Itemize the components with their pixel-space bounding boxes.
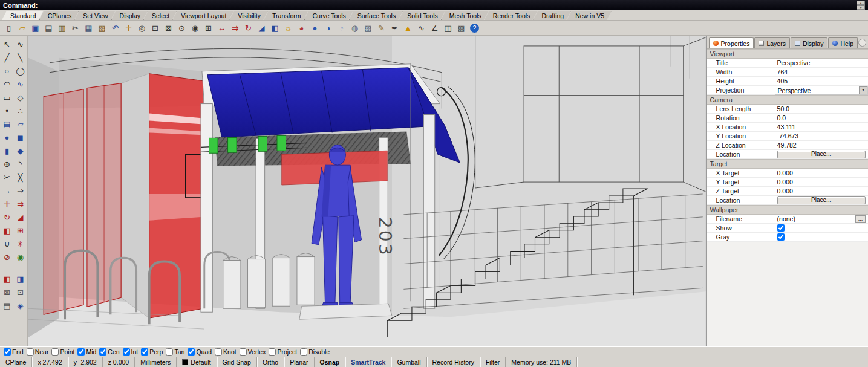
array-icon[interactable]: ⊞ [14,224,27,237]
lamp-icon[interactable]: ☼ [282,22,295,34]
toolbar-tab-solid-tools[interactable]: Solid Tools [399,11,445,20]
zoom-dynamic-icon[interactable]: ◎ [135,22,148,34]
property-value[interactable]: 764 [775,68,868,76]
toolbar-tab-standard[interactable]: Standard [2,11,44,20]
polygon-icon[interactable]: ◇ [14,91,27,104]
mirror-icon[interactable]: ◧ [269,22,281,34]
plane-icon[interactable]: ▱ [14,117,27,131]
property-value[interactable]: Perspective▼ [775,86,868,95]
rendered-viewport-icon[interactable]: ◑ [322,22,334,34]
copy-object-icon[interactable]: ⇉ [229,22,241,34]
gumball-toggle[interactable]: Gumball [391,357,426,367]
circle-icon[interactable]: ○ [1,64,14,77]
hide-icon[interactable]: ⊘ [1,250,14,264]
toolbar-tab-viewport-layout[interactable]: Viewport Layout [172,11,233,20]
toolbar-tab-display[interactable]: Display [111,11,148,20]
current-layer[interactable]: Default [177,357,217,367]
osnap-vertex-checkbox[interactable] [240,348,247,356]
toolbar-tab-cplanes[interactable]: CPlanes [39,11,79,20]
cylinder-icon[interactable]: ▮ [1,144,14,157]
boolean-icon[interactable]: ⊕ [1,157,14,171]
property-value[interactable]: 0.000 [775,178,868,186]
browse-button[interactable]: ... [855,215,866,223]
undo-icon[interactable]: ↶ [109,22,122,34]
x-coordinate[interactable]: x 27.492 [32,357,68,367]
toolbar-tab-drafting[interactable]: Drafting [533,11,571,20]
osnap-int-checkbox[interactable] [123,348,130,356]
ellipse-icon[interactable]: ◯ [14,64,27,77]
solid-icon[interactable]: ◆ [14,144,27,157]
toolbar-tab-curve-tools[interactable]: Curve Tools [304,11,353,20]
xray-viewport-icon[interactable]: ◍ [348,22,361,34]
property-value[interactable]: 0.000 [775,169,868,177]
extend-icon[interactable]: → [1,184,14,197]
property-value[interactable]: 0.0 [775,114,868,122]
lock-objects-icon[interactable]: ⊠ [1,285,14,299]
units-button[interactable]: Millimeters [135,357,177,367]
grid-snap-toggle[interactable]: Grid Snap [217,357,257,367]
y-coordinate[interactable]: y -2.902 [68,357,103,367]
flag-icon[interactable]: ▲ [402,22,414,34]
split-icon[interactable]: ╳ [14,171,27,184]
lasso-select-icon[interactable]: ∿ [14,37,27,51]
object-properties-icon[interactable]: ◈ [14,299,27,312]
trim-icon[interactable]: ✂ [1,171,14,184]
select-icon[interactable]: ↖ [1,37,14,51]
print-icon[interactable]: ▤ [42,22,55,34]
panel-tab-help[interactable]: Help [828,37,858,48]
command-bar[interactable]: Command: ▲ ▼ [0,0,868,10]
open-file-icon[interactable]: ▱ [16,22,28,34]
help-icon[interactable]: ? [470,24,479,33]
location-place-button[interactable]: Place... [777,151,866,158]
osnap-point-checkbox[interactable] [51,348,59,356]
toolbar-tab-new-in-v5[interactable]: New in V5 [567,11,612,20]
scale-icon[interactable]: ◢ [255,22,268,34]
render-icon[interactable]: ◕ [295,22,308,34]
polyline-icon[interactable]: ╱ [1,51,14,64]
zoom-window-icon[interactable]: ⊡ [149,22,162,34]
panel-tab-layers[interactable]: Layers [754,37,790,48]
move-icon[interactable]: ↔ [215,22,228,34]
new-file-icon[interactable]: ▯ [2,22,15,34]
save-icon[interactable]: ▣ [29,22,42,34]
osnap-disable-checkbox[interactable] [300,348,307,356]
property-value[interactable]: 405 [775,77,868,85]
osnap-cen-checkbox[interactable] [99,348,106,356]
property-value[interactable]: 50.0 [775,105,868,113]
move-object-icon[interactable]: ✛ [1,197,14,210]
explode-icon[interactable]: ✳ [14,237,27,250]
osnap-end-checkbox[interactable] [4,348,11,356]
location-place-button[interactable]: Place... [777,196,866,204]
hatch-icon[interactable]: ▩ [455,22,468,34]
freeform-curve-icon[interactable]: ∿ [14,77,27,91]
unisolate-icon[interactable]: ◨ [14,272,27,285]
rotate-object-icon[interactable]: ↻ [1,210,14,224]
export-icon[interactable]: ▥ [56,22,68,34]
scroll-up-icon[interactable]: ▲ [857,1,865,5]
osnap-project-checkbox[interactable] [269,348,276,356]
toolbar-tab-surface-tools[interactable]: Surface Tools [349,11,403,20]
property-value[interactable]: 49.782 [775,141,868,149]
planar-toggle[interactable]: Planar [284,357,314,367]
points-icon[interactable]: ∴ [14,104,27,117]
property-value[interactable]: 0.000 [775,187,868,195]
line-icon[interactable]: ╲ [14,51,27,64]
show-checkbox[interactable] [777,224,785,232]
z-coordinate[interactable]: z 0.000 [103,357,135,367]
duplicate-object-icon[interactable]: ⇉ [14,197,27,210]
viewport-layout-icon[interactable]: ⊞ [202,22,215,34]
box-icon[interactable]: ◼ [14,131,27,144]
property-value[interactable]: 43.111 [775,123,868,131]
cut-icon[interactable]: ✂ [69,22,82,34]
osnap-tan-checkbox[interactable] [166,348,173,356]
technical-viewport-icon[interactable]: ▨ [362,22,374,34]
offset-icon[interactable]: ⇒ [14,184,27,197]
dropdown-arrow-icon[interactable]: ▼ [859,86,867,94]
rotate-icon[interactable]: ↻ [242,22,255,34]
join-icon[interactable]: ∪ [1,237,14,250]
osnap-toggle[interactable]: Osnap [315,357,346,367]
command-history-scroll[interactable]: ▲ ▼ [857,1,865,10]
shaded-viewport-icon[interactable]: ● [308,22,321,34]
toolbar-tab-mesh-tools[interactable]: Mesh Tools [441,11,489,20]
toolbar-tab-transform[interactable]: Transform [264,11,308,20]
